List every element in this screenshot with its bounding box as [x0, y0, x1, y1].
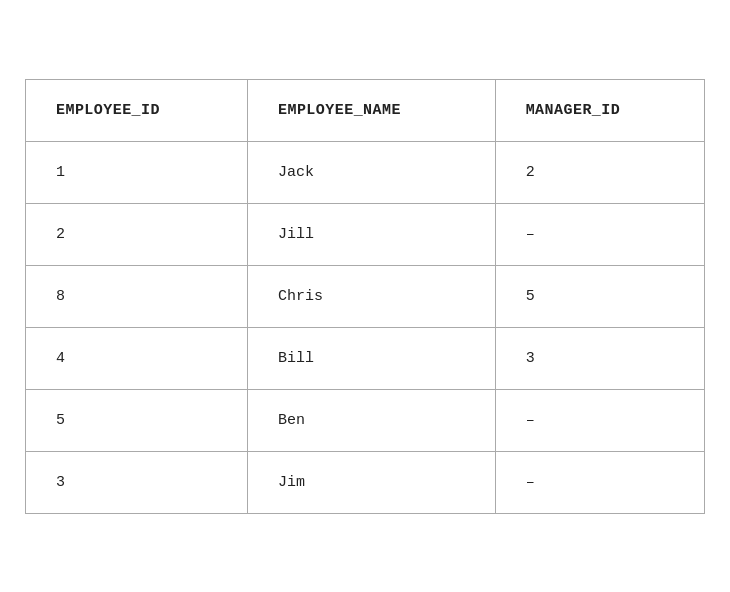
table-body: 1Jack22Jill–8Chris54Bill35Ben–3Jim– [26, 141, 704, 513]
table-row: 2Jill– [26, 203, 704, 265]
cell-manager-id: – [495, 203, 704, 265]
cell-employee-name: Ben [248, 389, 496, 451]
cell-employee-id: 1 [26, 141, 248, 203]
employee-table: EMPLOYEE_ID EMPLOYEE_NAME MANAGER_ID 1Ja… [26, 80, 704, 513]
cell-employee-name: Chris [248, 265, 496, 327]
col-header-employee-id: EMPLOYEE_ID [26, 80, 248, 142]
header-row: EMPLOYEE_ID EMPLOYEE_NAME MANAGER_ID [26, 80, 704, 142]
col-header-manager-id: MANAGER_ID [495, 80, 704, 142]
table-row: 3Jim– [26, 451, 704, 513]
cell-employee-name: Jack [248, 141, 496, 203]
cell-employee-id: 8 [26, 265, 248, 327]
cell-manager-id: 5 [495, 265, 704, 327]
table-row: 5Ben– [26, 389, 704, 451]
cell-employee-id: 5 [26, 389, 248, 451]
cell-employee-name: Bill [248, 327, 496, 389]
cell-employee-name: Jim [248, 451, 496, 513]
cell-employee-id: 2 [26, 203, 248, 265]
cell-employee-id: 4 [26, 327, 248, 389]
cell-manager-id: 3 [495, 327, 704, 389]
employee-table-container: EMPLOYEE_ID EMPLOYEE_NAME MANAGER_ID 1Ja… [25, 79, 705, 514]
cell-manager-id: – [495, 389, 704, 451]
col-header-employee-name: EMPLOYEE_NAME [248, 80, 496, 142]
table-row: 1Jack2 [26, 141, 704, 203]
cell-employee-id: 3 [26, 451, 248, 513]
cell-manager-id: – [495, 451, 704, 513]
table-row: 4Bill3 [26, 327, 704, 389]
cell-employee-name: Jill [248, 203, 496, 265]
table-header: EMPLOYEE_ID EMPLOYEE_NAME MANAGER_ID [26, 80, 704, 142]
cell-manager-id: 2 [495, 141, 704, 203]
table-row: 8Chris5 [26, 265, 704, 327]
